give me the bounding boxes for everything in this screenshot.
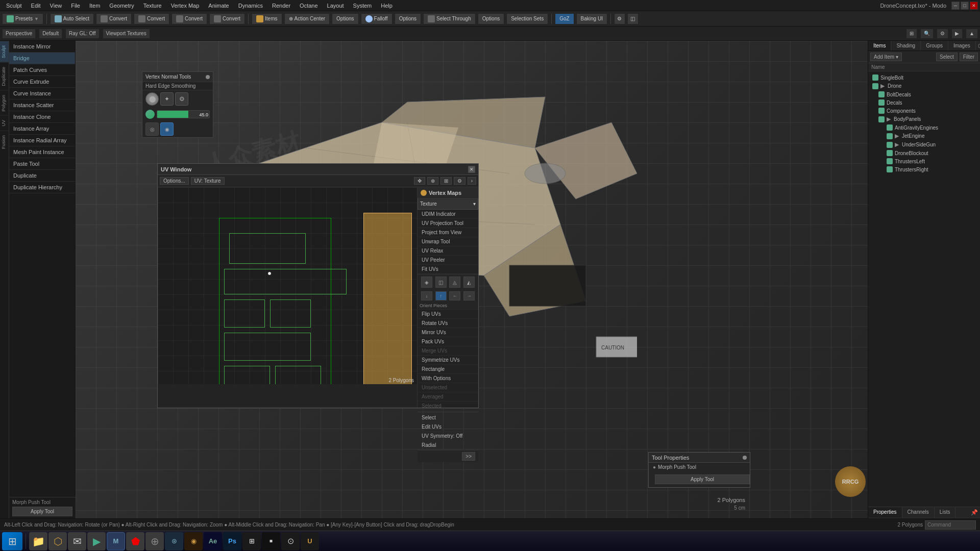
rs-item-drone[interactable]: ▶ Drone (870, 82, 978, 90)
rs-eye-undersidegun[interactable] (887, 142, 893, 148)
menu-animate[interactable]: Animate (204, 2, 233, 10)
vn-circle-icon[interactable]: ⬤ (145, 92, 159, 106)
sidebar-item-patch-curves[interactable]: Patch Curves (9, 64, 75, 76)
vm-expand-btn[interactable]: >> (462, 452, 475, 461)
vm-icon-btn-2[interactable]: ◫ (435, 277, 447, 288)
auto-select-button[interactable]: Auto Select (50, 13, 94, 24)
menu-sculpt[interactable]: Sculpt (2, 2, 26, 10)
rs-eye-thrusters-left[interactable] (887, 158, 893, 164)
rs-eye-jetengine[interactable] (887, 133, 893, 139)
vm-symmetrize[interactable]: Symmetrize UVs (418, 356, 478, 365)
convert-button-3[interactable]: Convert (172, 13, 207, 24)
rs-item-antigravity[interactable]: AntiGravityEngines (870, 123, 978, 132)
sidebar-item-instance-scatter[interactable]: Instance Scatter (9, 99, 75, 111)
uv-options-button[interactable]: Options... (160, 177, 189, 185)
convert-button-2[interactable]: Convert (134, 13, 169, 24)
taskbar-settings[interactable]: ⬟ (126, 532, 144, 550)
prop-dot[interactable] (743, 456, 747, 460)
taskbar-browser[interactable]: ⬡ (48, 532, 67, 550)
taskbar-media[interactable]: ▶ (87, 532, 106, 550)
sidebar-item-curve-instance[interactable]: Curve Instance (9, 88, 75, 99)
viewport-icon-5[interactable]: ▲ (966, 29, 978, 39)
selection-sets-button[interactable]: Selection Sets (506, 13, 548, 24)
sidebar-item-paste-tool[interactable]: Paste Tool (9, 158, 75, 170)
rs-expand-undersidegun[interactable]: ▶ (895, 141, 899, 148)
vn-slider[interactable]: 45.0 (157, 110, 210, 118)
rs-expand-bodypanels[interactable]: ▶ (887, 116, 891, 122)
apply-tool-button[interactable]: Apply Tool (12, 507, 72, 516)
uv-frame-icon[interactable]: ⊞ (440, 177, 452, 185)
rs-item-decals[interactable]: Decals (870, 98, 978, 107)
options-button-1[interactable]: Options (332, 13, 358, 24)
rs-eye-thrusters-right[interactable] (887, 166, 893, 172)
sidebar-item-duplicate[interactable]: Duplicate (9, 170, 75, 182)
menu-render[interactable]: Render (268, 2, 295, 10)
viewport-icon-3[interactable]: ⚙ (937, 29, 948, 39)
rs-add-item-button[interactable]: Add Item ▾ (870, 53, 902, 61)
rs-item-thrusters-left[interactable]: ThrustersLeft (870, 157, 978, 165)
menu-layout[interactable]: Layout (323, 2, 348, 10)
rs-eye-components[interactable] (878, 108, 885, 114)
vm-icon-btn-1[interactable]: ◈ (421, 277, 432, 288)
options-button-2[interactable]: Options (395, 13, 421, 24)
vn-panel-dot[interactable] (206, 75, 210, 79)
vm-uv-projection[interactable]: UV Projection Tool (418, 219, 478, 228)
menu-file[interactable]: File (67, 2, 84, 10)
falloff-button[interactable]: Falloff (361, 13, 393, 24)
options-button-3[interactable]: Options (478, 13, 504, 24)
rs-item-droneblockout[interactable]: DroneBlockout (870, 149, 978, 157)
vm-arrow-right[interactable]: → (463, 291, 475, 300)
viewport-icon-1[interactable]: ⊞ (906, 29, 917, 39)
vm-pack-uvs[interactable]: Pack UVs (418, 337, 478, 346)
rs-tab-groups[interactable]: Groups (921, 41, 948, 51)
rs-item-bodypanels[interactable]: ▶ BodyPanels (870, 115, 978, 123)
sidebar-item-mesh-paint[interactable]: Mesh Paint Instance (9, 146, 75, 158)
menu-item[interactable]: Item (85, 2, 104, 10)
taskbar-search[interactable]: ⊕ (145, 532, 164, 550)
vm-radial[interactable]: Radial (418, 441, 478, 450)
vm-arrow-up[interactable]: ↑ (435, 291, 447, 300)
rs-tab-lists[interactable]: Lists (935, 507, 956, 518)
presets-button[interactable]: Presets ▼ (2, 13, 43, 24)
rs-tab-channels[interactable]: Channels (902, 507, 935, 518)
taskbar-ae[interactable]: Ae (204, 532, 222, 550)
menu-dynamics[interactable]: Dynamics (234, 2, 267, 10)
taskbar-folder[interactable]: 📁 (29, 532, 47, 550)
rs-select-button[interactable]: Select (936, 53, 958, 61)
sidebar-item-instance-array[interactable]: Instance Array (9, 123, 75, 135)
vm-icon-btn-3[interactable]: ◬ (449, 277, 460, 288)
menu-texture[interactable]: Texture (139, 2, 166, 10)
menu-geometry[interactable]: Geometry (105, 2, 138, 10)
vm-rotate-uvs[interactable]: Rotate UVs (418, 319, 478, 328)
menu-view[interactable]: View (46, 2, 66, 10)
viewport-icon-4[interactable]: ▶ (951, 29, 963, 39)
uv-close-button[interactable]: ✕ (468, 166, 475, 173)
goz-button[interactable]: GoZ (555, 13, 574, 24)
uv-settings-icon[interactable]: ⚙ (454, 177, 465, 185)
rs-pin-icon[interactable]: 📌 (969, 507, 980, 518)
vm-rectangle[interactable]: Rectangle (418, 365, 478, 374)
rs-filter-button[interactable]: Filter (960, 53, 978, 61)
side-tab-fusion[interactable]: Fusion (0, 131, 9, 153)
vm-symmetry[interactable]: UV Symmetry: Off (418, 432, 478, 441)
settings-icon-btn[interactable]: ⚙ (614, 13, 625, 24)
taskbar-unreal[interactable]: U (301, 532, 319, 550)
vm-icon-btn-4[interactable]: ◭ (463, 277, 475, 288)
vm-peeler[interactable]: UV Peeler (418, 256, 478, 265)
default-button[interactable]: Default (39, 29, 62, 39)
rs-item-components[interactable]: Components (870, 107, 978, 115)
side-tab-sculpt[interactable]: Sculpt (0, 41, 9, 62)
side-tab-uv[interactable]: UV (0, 115, 9, 131)
uv-titlebar[interactable]: UV Window ✕ (158, 164, 478, 175)
rs-expand-icon[interactable]: ⬡ (978, 42, 980, 49)
rs-tab-properties[interactable]: Properties (868, 507, 902, 518)
prop-apply-btn[interactable]: Apply Tool (655, 474, 750, 484)
taskbar-black[interactable]: ▪ (262, 532, 280, 550)
close-button[interactable]: ✕ (970, 2, 978, 10)
vm-fit[interactable]: Fit UVs (418, 265, 478, 274)
minimize-button[interactable]: ─ (951, 2, 960, 10)
sidebar-item-instance-clone[interactable]: Instance Clone (9, 111, 75, 123)
vm-flip-uvs[interactable]: Flip UVs (418, 310, 478, 319)
rs-item-singlebolt[interactable]: SingleBolt (870, 73, 978, 82)
sidebar-item-bridge[interactable]: Bridge (9, 53, 75, 64)
